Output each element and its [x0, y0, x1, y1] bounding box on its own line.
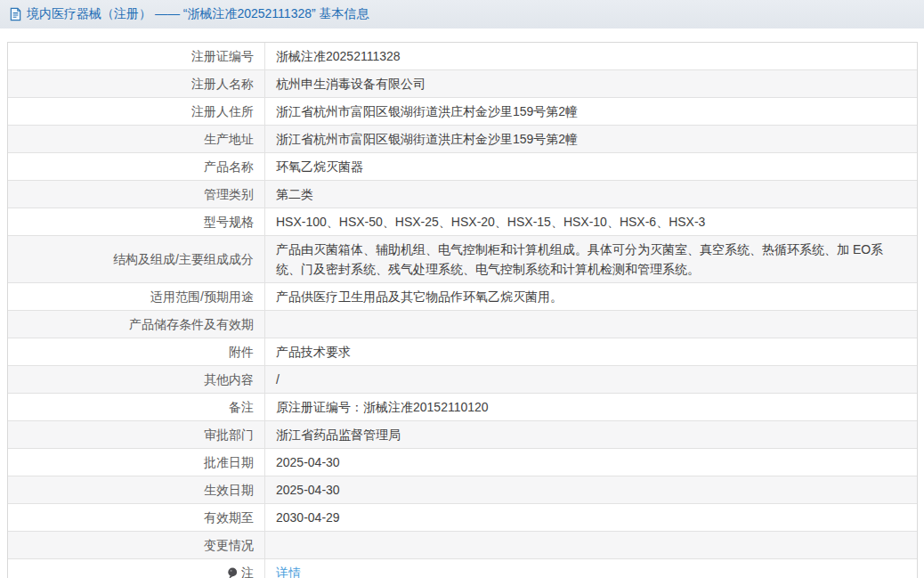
row-remarks: 备注 原注册证编号：浙械注准20152110120	[8, 394, 917, 421]
row-value: 产品技术要求	[265, 338, 917, 365]
row-value: 环氧乙烷灭菌器	[265, 153, 917, 180]
row-label: 产品储存条件及有效期	[8, 311, 265, 338]
row-storage-validity: 产品储存条件及有效期	[8, 311, 917, 338]
row-value: 详情	[265, 559, 917, 578]
row-value: 第二类	[265, 181, 917, 208]
row-value: 浙江省杭州市富阳区银湖街道洪庄村金沙里159号第2幢	[265, 98, 917, 125]
row-label: 生效日期	[8, 476, 265, 503]
row-product-name: 产品名称 环氧乙烷灭菌器	[8, 153, 917, 181]
row-scope-of-use: 适用范围/预期用途 产品供医疗卫生用品及其它物品作环氧乙烷灭菌用。	[8, 283, 917, 311]
row-label: 注册人住所	[8, 98, 265, 125]
row-value	[265, 311, 917, 338]
note-label-text: 注	[241, 563, 254, 578]
row-label: 审批部门	[8, 421, 265, 448]
row-value: 浙械注准20252111328	[265, 43, 917, 69]
page-header-bar: 境内医疗器械（注册） —— “浙械注准20252111328” 基本信息	[0, 0, 924, 28]
row-value: /	[265, 366, 917, 393]
row-label: 批准日期	[8, 449, 265, 476]
row-note: 注 详情	[8, 559, 917, 578]
row-value: 2030-04-29	[265, 504, 917, 531]
row-change-status: 变更情况	[8, 532, 917, 559]
row-expiry-date: 有效期至 2030-04-29	[8, 504, 917, 532]
document-icon	[9, 7, 22, 21]
row-label: 注	[8, 559, 265, 578]
page-title: 境内医疗器械（注册） —— “浙械注准20252111328” 基本信息	[27, 6, 369, 22]
row-model-spec: 型号规格 HSX-100、HSX-50、HSX-25、HSX-20、HSX-15…	[8, 208, 917, 236]
registration-info-table: 注册证编号 浙械注准20252111328 注册人名称 杭州申生消毒设备有限公司…	[7, 42, 918, 578]
row-value: 产品由灭菌箱体、辅助机组、电气控制柜和计算机组成。具体可分为灭菌室、真空系统、热…	[265, 236, 917, 282]
row-production-address: 生产地址 浙江省杭州市富阳区银湖街道洪庄村金沙里159号第2幢	[8, 126, 917, 153]
row-structure-composition: 结构及组成/主要组成成分 产品由灭菌箱体、辅助机组、电气控制柜和计算机组成。具体…	[8, 236, 917, 283]
row-label: 备注	[8, 394, 265, 420]
balloon-note-icon	[227, 567, 238, 578]
row-label: 注册证编号	[8, 43, 265, 69]
details-link[interactable]: 详情	[276, 563, 301, 578]
row-label: 有效期至	[8, 504, 265, 531]
row-effective-date: 生效日期 2025-04-30	[8, 476, 917, 504]
row-label: 变更情况	[8, 532, 265, 558]
row-attachment: 附件 产品技术要求	[8, 338, 917, 366]
row-value: 浙江省杭州市富阳区银湖街道洪庄村金沙里159号第2幢	[265, 126, 917, 152]
row-label: 注册人名称	[8, 70, 265, 97]
row-management-class: 管理类别 第二类	[8, 181, 917, 208]
row-registrant-address: 注册人住所 浙江省杭州市富阳区银湖街道洪庄村金沙里159号第2幢	[8, 98, 917, 126]
row-value: 原注册证编号：浙械注准20152110120	[265, 394, 917, 420]
row-label: 管理类别	[8, 181, 265, 208]
row-value	[265, 532, 917, 558]
row-registrant-name: 注册人名称 杭州申生消毒设备有限公司	[8, 70, 917, 98]
row-label: 型号规格	[8, 208, 265, 235]
row-label: 结构及组成/主要组成成分	[8, 236, 265, 282]
row-label: 附件	[8, 338, 265, 365]
row-value: 2025-04-30	[265, 476, 917, 503]
row-value: 浙江省药品监督管理局	[265, 421, 917, 448]
row-label: 其他内容	[8, 366, 265, 393]
row-value: 杭州申生消毒设备有限公司	[265, 70, 917, 97]
row-approval-date: 批准日期 2025-04-30	[8, 449, 917, 476]
row-label: 生产地址	[8, 126, 265, 152]
row-approval-dept: 审批部门 浙江省药品监督管理局	[8, 421, 917, 449]
row-value: 产品供医疗卫生用品及其它物品作环氧乙烷灭菌用。	[265, 283, 917, 310]
row-other-content: 其他内容 /	[8, 366, 917, 394]
row-value: 2025-04-30	[265, 449, 917, 476]
row-value: HSX-100、HSX-50、HSX-25、HSX-20、HSX-15、HSX-…	[265, 208, 917, 235]
row-cert-number: 注册证编号 浙械注准20252111328	[8, 43, 917, 70]
row-label: 适用范围/预期用途	[8, 283, 265, 310]
row-label: 产品名称	[8, 153, 265, 180]
